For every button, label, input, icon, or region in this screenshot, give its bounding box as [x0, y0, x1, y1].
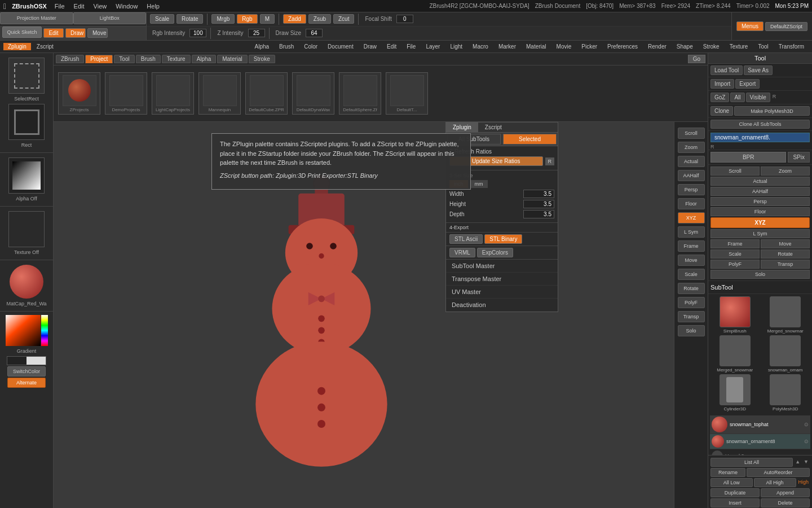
menus-btn[interactable]: Menus — [736, 21, 764, 31]
file-menu2[interactable]: File — [402, 43, 420, 50]
tab-material[interactable]: Material — [217, 55, 248, 63]
selected-tab[interactable]: Selected — [503, 134, 557, 144]
alternate-btn[interactable]: Alternate — [7, 378, 46, 388]
transp-btn[interactable]: Transp — [678, 311, 705, 322]
transpose-master-item[interactable]: Transpose Master — [446, 273, 558, 286]
default-zscript-btn[interactable]: DefaultZScript — [765, 22, 807, 31]
mrgb-btn[interactable]: Mrgb — [211, 14, 235, 24]
lb-thumb-demoprojects[interactable]: DemoProjects — [105, 72, 147, 115]
color-menu[interactable]: Color — [299, 43, 322, 50]
auto-reorder-btn[interactable]: AutoReorder — [747, 468, 810, 477]
rename-btn[interactable]: Rename — [710, 468, 745, 477]
tab-project[interactable]: Project — [85, 55, 113, 63]
make-polymesh-btn[interactable]: Make PolyMesh3D — [734, 106, 810, 116]
tab-brush[interactable]: Brush — [136, 55, 161, 63]
aahalf-view-btn[interactable]: AAHalf — [710, 187, 810, 196]
lsym-btn[interactable]: L Sym — [678, 226, 705, 238]
draw-size-value[interactable]: 64 — [306, 29, 323, 37]
rotate-canvas-btn[interactable]: Rotate — [678, 283, 705, 294]
zoom-view-btn[interactable]: Zoom — [761, 167, 810, 176]
lsym-btn[interactable]: L Sym — [710, 229, 810, 238]
go-btn[interactable]: Go — [688, 55, 705, 63]
persp-view-btn[interactable]: Persp — [710, 197, 810, 206]
tab-zbrush[interactable]: ZBrush — [56, 55, 84, 63]
import-btn[interactable]: Import — [710, 79, 734, 89]
shape-menu[interactable]: Shape — [672, 43, 698, 50]
draw-menu[interactable]: Draw — [359, 43, 381, 50]
aahalf-btn[interactable]: AAHalf — [678, 170, 705, 181]
switch-color-btn[interactable]: SwitchColor — [7, 366, 46, 376]
floor-btn[interactable]: Floor — [678, 198, 705, 209]
movie-menu[interactable]: Movie — [552, 43, 576, 50]
brush-menu[interactable]: Brush — [275, 43, 298, 50]
solo-view-btn[interactable]: Solo — [710, 270, 810, 279]
clone-btn[interactable]: Clone — [710, 106, 733, 116]
rotate-view-btn[interactable]: Rotate — [761, 249, 810, 259]
subtool-grid-snowman3[interactable]: snowman_ornam — [761, 335, 810, 373]
edit-btn[interactable]: Edit — [43, 28, 64, 38]
tool-name-field[interactable] — [710, 133, 810, 142]
rgb-intensity-value[interactable]: 100 — [189, 29, 206, 37]
view-menu[interactable]: View — [91, 3, 109, 10]
all-btn[interactable]: All — [730, 93, 744, 102]
picker-menu[interactable]: Picker — [577, 43, 602, 50]
bpr-btn[interactable]: BPR — [710, 152, 786, 163]
rect-thumb[interactable] — [8, 104, 45, 140]
file-menu[interactable]: File — [52, 3, 67, 10]
duplicate-btn[interactable]: Duplicate — [710, 488, 760, 497]
deactivation-item[interactable]: Deactivation — [446, 299, 558, 312]
draw-btn[interactable]: Draw — [65, 28, 86, 38]
visible-btn[interactable]: Visible — [746, 93, 770, 102]
uv-master-item[interactable]: UV Master — [446, 286, 558, 299]
subtool-grid-cylinder[interactable]: Cylinder3D — [710, 374, 760, 411]
lb-thumb-mannequin[interactable]: Mannequin — [198, 72, 241, 115]
spix-btn[interactable]: SPix — [788, 152, 810, 163]
material-menu[interactable]: Material — [522, 43, 551, 50]
stl-binary-btn[interactable]: STL Binary — [484, 234, 522, 244]
insert-btn[interactable]: Insert — [710, 498, 760, 507]
lb-thumb-defaultdyna[interactable]: DefaultDynaWax — [292, 72, 334, 115]
scale-btn[interactable]: Scale — [150, 14, 174, 24]
goz-btn[interactable]: GoZ — [710, 93, 729, 102]
mm-btn[interactable]: mm — [470, 180, 488, 188]
texture-thumb[interactable] — [8, 211, 45, 247]
select-rect-thumb[interactable] — [8, 58, 45, 94]
stroke-menu[interactable]: Stroke — [699, 43, 724, 50]
subtool-grid-merged2[interactable]: Merged_snowmar — [710, 335, 760, 373]
floor-view-btn[interactable]: Floor — [710, 207, 810, 216]
document-menu[interactable]: Document — [323, 43, 358, 50]
save-as-btn[interactable]: Save As — [744, 65, 773, 75]
render-menu[interactable]: Render — [643, 43, 671, 50]
load-tool-btn[interactable]: Load Tool — [710, 65, 743, 75]
solo-btn[interactable]: Solo — [678, 325, 705, 336]
canvas-area[interactable]: The ZPlugin palette contains ZScripted p… — [54, 122, 708, 508]
gradient-bar[interactable] — [7, 356, 46, 365]
macro-menu[interactable]: Macro — [468, 43, 493, 50]
delete-btn[interactable]: Delete — [761, 498, 810, 507]
tool-menu[interactable]: Tool — [753, 43, 773, 50]
export-btn[interactable]: Export — [735, 79, 760, 89]
clone-all-subtools-btn[interactable]: Clone All SubTools — [710, 120, 810, 129]
move-btn[interactable]: Move — [87, 28, 108, 38]
marker-menu[interactable]: Marker — [494, 43, 520, 50]
scroll-view-btn[interactable]: Scroll — [710, 167, 760, 176]
lb-thumb-defaultsphere[interactable]: DefaultSphere.Zf — [339, 72, 381, 115]
height-field[interactable] — [523, 200, 554, 208]
z-intensity-value[interactable]: 25 — [248, 29, 265, 37]
list-all-btn[interactable]: List All — [710, 458, 793, 467]
subtool-tophat-row[interactable]: snowman_tophat ⊙ — [710, 415, 810, 434]
light-menu[interactable]: Light — [445, 43, 467, 50]
append-btn[interactable]: Append — [761, 488, 810, 497]
actual-view-btn[interactable]: Actual — [710, 177, 810, 186]
zplugin-tab-zscript[interactable]: Zscript — [478, 122, 509, 132]
stl-ascii-btn[interactable]: STL Ascii — [449, 234, 483, 244]
layer-menu[interactable]: Layer — [421, 43, 444, 50]
rgb-btn[interactable]: Rgb — [237, 14, 257, 24]
r-btn[interactable]: R — [545, 157, 555, 165]
zadd-btn[interactable]: Zadd — [283, 14, 306, 24]
frame-view-btn[interactable]: Frame — [710, 239, 760, 248]
m-btn[interactable]: M — [260, 14, 275, 24]
vrml-btn[interactable]: VRML — [449, 248, 475, 257]
scale-view-btn[interactable]: Scale — [710, 249, 760, 259]
zscript-menu-tab[interactable]: Zscript — [32, 43, 58, 50]
